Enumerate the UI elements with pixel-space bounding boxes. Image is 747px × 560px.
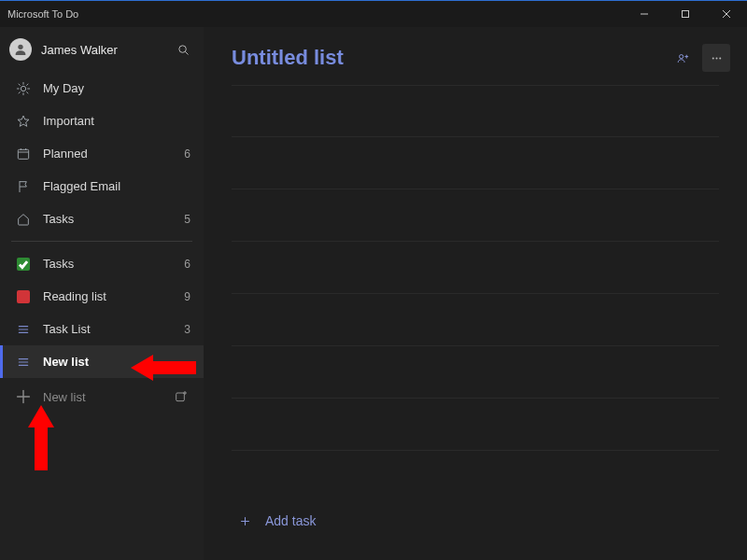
task-slot [232, 189, 719, 242]
add-task-button[interactable]: Add task [232, 498, 719, 543]
list-item-label: Task List [43, 322, 177, 336]
app-window: Microsoft To Do James Walker [0, 0, 747, 560]
check-icon [13, 258, 34, 271]
plus-icon [13, 386, 34, 407]
list-title[interactable]: Untitled list [232, 46, 663, 70]
svg-point-7 [21, 86, 25, 91]
count-badge: 6 [177, 258, 190, 271]
add-task-label: Add task [265, 513, 316, 528]
list-item-label: Reading list [43, 289, 177, 303]
check-icon [13, 290, 34, 303]
sidebar-item-tasks[interactable]: Tasks 5 [0, 203, 204, 235]
list-header: Untitled list [204, 27, 747, 81]
list-icon [13, 355, 34, 370]
close-button[interactable] [706, 1, 747, 27]
svg-point-4 [18, 45, 22, 49]
svg-line-12 [19, 84, 20, 85]
svg-line-13 [27, 91, 28, 92]
count-badge: 5 [177, 213, 190, 226]
list-item-label: Tasks [43, 257, 177, 271]
count-badge: 9 [177, 290, 190, 303]
sidebar-item-planned[interactable]: Planned 6 [0, 137, 204, 170]
new-list-button[interactable]: New list [0, 378, 204, 415]
svg-point-38 [712, 57, 713, 59]
titlebar: Microsoft To Do [0, 1, 747, 27]
profile-name: James Walker [41, 43, 170, 57]
search-icon[interactable] [170, 43, 196, 57]
task-slot [232, 346, 719, 399]
list-item[interactable]: Reading list 9 [0, 280, 204, 313]
sidebar-item-label: Important [43, 114, 177, 128]
svg-line-15 [27, 84, 28, 85]
more-options-button[interactable] [702, 44, 730, 72]
task-slot [232, 294, 719, 346]
avatar [9, 38, 32, 61]
task-slot [232, 137, 719, 189]
calendar-icon [13, 147, 34, 161]
sidebar-divider [11, 241, 192, 242]
svg-point-35 [679, 54, 683, 58]
list-icon [13, 322, 34, 337]
plus-icon [232, 514, 258, 528]
sidebar-item-label: Planned [43, 147, 177, 161]
sidebar-item-label: Tasks [43, 212, 177, 226]
window-controls [624, 1, 747, 27]
count-badge: 3 [177, 323, 190, 336]
svg-rect-1 [683, 11, 689, 18]
svg-point-39 [715, 57, 717, 59]
new-list-label: New list [43, 390, 168, 404]
main-panel: Untitled list [204, 27, 747, 560]
list-item-selected[interactable]: New list [0, 345, 204, 378]
star-icon [13, 114, 34, 129]
svg-line-14 [19, 91, 20, 92]
svg-point-40 [719, 57, 721, 59]
sidebar-item-flagged[interactable]: Flagged Email [0, 170, 204, 203]
count-badge: 6 [177, 147, 190, 161]
svg-rect-30 [176, 393, 185, 401]
smart-lists: My Day Important Planned 6 [0, 72, 204, 235]
list-item[interactable]: Tasks 6 [0, 247, 204, 280]
svg-line-6 [185, 51, 188, 54]
sidebar-item-important[interactable]: Important [0, 105, 204, 137]
maximize-button[interactable] [665, 1, 706, 27]
sidebar-item-label: Flagged Email [43, 179, 177, 193]
app-title: Microsoft To Do [7, 8, 624, 20]
svg-point-5 [178, 45, 186, 52]
user-lists: Tasks 6 Reading list 9 Task List 3 [0, 247, 204, 378]
profile-row[interactable]: James Walker [0, 27, 204, 72]
sun-icon [13, 81, 34, 96]
list-item[interactable]: Task List 3 [0, 313, 204, 345]
task-area [204, 81, 747, 493]
sidebar-item-label: My Day [43, 81, 177, 95]
home-icon [13, 212, 34, 227]
share-button[interactable] [669, 44, 697, 72]
task-slot [232, 399, 719, 451]
task-slot [232, 85, 719, 137]
flag-icon [13, 179, 34, 194]
sidebar: James Walker My Day Importan [0, 27, 204, 560]
sidebar-item-myday[interactable]: My Day [0, 72, 204, 105]
svg-marker-16 [18, 116, 29, 126]
minimize-button[interactable] [624, 1, 665, 27]
task-slot [232, 242, 719, 294]
svg-rect-17 [18, 149, 28, 159]
new-group-button[interactable] [168, 389, 194, 404]
list-item-label: New list [43, 355, 177, 369]
